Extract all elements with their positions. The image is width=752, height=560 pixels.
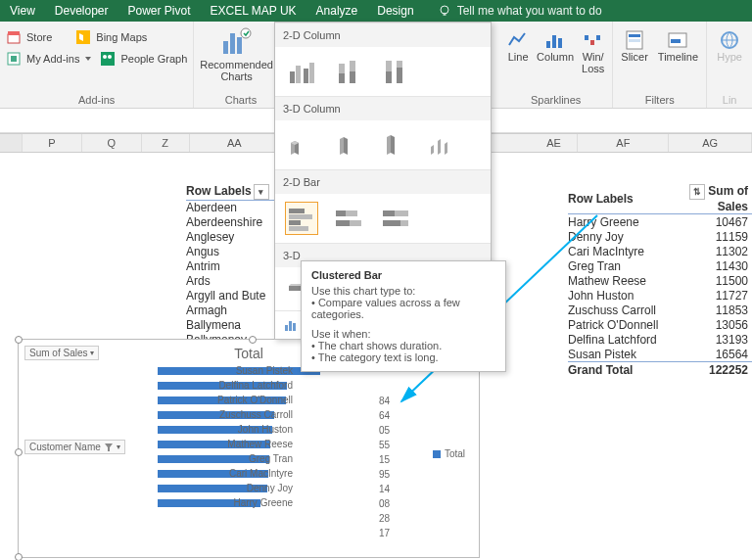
bar-row: Delfina Latchford — [158, 378, 400, 393]
svg-rect-62 — [383, 220, 400, 226]
svg-rect-58 — [336, 220, 350, 226]
svg-rect-52 — [289, 214, 312, 219]
svg-rect-6 — [11, 56, 17, 62]
svg-point-9 — [108, 55, 112, 59]
table-row[interactable]: Delfina Latchford13193 — [568, 332, 752, 347]
bingmaps-button[interactable]: Bing Maps — [96, 31, 147, 43]
svg-rect-19 — [596, 35, 600, 40]
svg-rect-21 — [629, 34, 640, 37]
svg-rect-42 — [309, 63, 314, 83]
svg-rect-24 — [671, 39, 681, 43]
svg-rect-18 — [590, 40, 594, 45]
stacked-bar-option[interactable] — [332, 202, 365, 235]
section-2d-bar: 2-D Bar — [275, 169, 491, 194]
pivot-row[interactable]: Ards — [186, 274, 280, 289]
group-links-label: Lin — [713, 92, 746, 106]
svg-rect-17 — [585, 35, 588, 40]
3d-stacked100-column-option[interactable] — [379, 128, 412, 162]
peoplegraph-button[interactable]: People Graph — [120, 53, 187, 65]
3d-stacked-column-option[interactable] — [332, 128, 365, 162]
slicer-button[interactable]: Slicer — [621, 29, 648, 63]
tab-analyze[interactable]: Analyze — [306, 0, 368, 22]
chart-field-customer[interactable]: Customer Name ▾ — [24, 440, 125, 454]
ribbon-tabs: View Developer Power Pivot EXCEL MAP UK … — [0, 0, 752, 22]
tab-developer[interactable]: Developer — [45, 0, 118, 22]
more-charts-icon — [283, 317, 299, 333]
bar-row: John Huston — [158, 422, 400, 437]
filter-dropdown-icon[interactable]: ▾ — [254, 184, 269, 200]
stacked100-bar-option[interactable] — [379, 202, 412, 235]
bar-row: Cari MacIntyre — [158, 466, 400, 481]
table-row[interactable]: Cari MacIntyre11302 — [568, 244, 752, 258]
table-row[interactable]: John Huston11727 — [568, 288, 752, 303]
pivot-row[interactable]: Anglesey — [186, 230, 280, 245]
table-row[interactable]: Greg Tran11430 — [568, 258, 752, 273]
timeline-button[interactable]: Timeline — [658, 29, 698, 63]
svg-rect-12 — [237, 37, 242, 54]
stacked-column-option[interactable] — [332, 55, 365, 88]
chart-field-sum[interactable]: Sum of Sales ▾ — [24, 346, 99, 360]
section-2d-column: 2-D Column — [275, 23, 491, 47]
stacked100-column-option[interactable] — [379, 55, 412, 88]
pivot-sales-right[interactable]: Row Labels ⇅ Sum of Sales Harry Greene10… — [568, 184, 752, 377]
table-row[interactable]: Zuschuss Carroll11853 — [568, 303, 752, 317]
chart-plot-area[interactable]: Susan PistekDelfina LatchfordPatrick O'D… — [158, 363, 400, 510]
pivot-row[interactable]: Aberdeen — [186, 201, 280, 215]
timeline-icon — [667, 29, 688, 51]
svg-rect-64 — [285, 325, 288, 331]
bar-row: Harry Greene — [158, 495, 400, 510]
bar-row: Patrick O'Donnell — [158, 393, 400, 407]
pivot-row[interactable]: Ballymena — [186, 318, 280, 333]
svg-rect-10 — [223, 41, 228, 54]
bingmaps-icon — [75, 29, 91, 45]
svg-rect-16 — [558, 38, 562, 48]
svg-rect-41 — [304, 69, 308, 83]
recommended-charts-button[interactable]: Recommended Charts — [200, 25, 273, 82]
tell-me[interactable]: Tell me what you want to do — [428, 0, 612, 22]
tab-view[interactable]: View — [0, 0, 45, 22]
pivot-row[interactable]: Aberdeenshire — [186, 215, 280, 230]
bar-row: Greg Tran — [158, 451, 400, 466]
svg-rect-46 — [350, 71, 355, 83]
sparkline-line-button[interactable]: Line — [507, 29, 529, 63]
chart-data-labels: 84640555159514082817 — [379, 394, 390, 540]
table-row[interactable]: Patrick O'Donnell13056 — [568, 317, 752, 332]
pivot-row[interactable]: Angus — [186, 245, 280, 259]
tab-excelmapuk[interactable]: EXCEL MAP UK — [201, 0, 306, 22]
store-button[interactable]: Store Bing Maps — [6, 27, 147, 47]
pivot-row[interactable]: Argyll and Bute — [186, 289, 280, 303]
tab-design[interactable]: Design — [367, 0, 423, 22]
sparkline-line-icon — [507, 29, 529, 51]
lightbulb-icon — [438, 4, 451, 18]
hyperlink-button[interactable]: Hype — [717, 29, 742, 63]
table-row[interactable]: Mathew Reese11500 — [568, 273, 752, 288]
bar-row: Zuschuss Carroll — [158, 407, 400, 422]
group-sparklines-label: Sparklines — [505, 92, 606, 106]
tab-powerpivot[interactable]: Power Pivot — [118, 0, 201, 22]
svg-rect-51 — [289, 209, 305, 213]
myaddins-button[interactable]: My Add-ins People Graph — [6, 49, 187, 69]
hyperlink-icon — [719, 29, 740, 51]
sparkline-column-button[interactable]: Column — [537, 29, 574, 63]
svg-rect-14 — [546, 41, 550, 48]
svg-point-0 — [441, 6, 448, 14]
3d-clustered-column-option[interactable] — [285, 128, 318, 162]
bar-row: Denny Joy — [158, 481, 400, 495]
table-row[interactable]: Harry Greene10467 — [568, 214, 752, 230]
svg-rect-2 — [8, 34, 20, 43]
clustered-column-option[interactable] — [285, 55, 318, 88]
pivot-row[interactable]: Antrim — [186, 259, 280, 274]
addins-icon — [6, 51, 22, 67]
sparkline-column-icon — [544, 29, 566, 51]
svg-rect-66 — [293, 323, 296, 331]
table-row[interactable]: Denny Joy11159 — [568, 229, 752, 244]
svg-rect-15 — [552, 35, 556, 48]
sort-dropdown-icon[interactable]: ⇅ — [689, 184, 705, 200]
3d-column-option[interactable] — [426, 128, 459, 162]
sparkline-winloss-button[interactable]: Win/ Loss — [582, 29, 604, 74]
svg-rect-50 — [397, 68, 402, 83]
clustered-bar-option[interactable] — [285, 202, 318, 235]
funnel-icon — [104, 443, 114, 452]
pivot-row[interactable]: Armagh — [186, 303, 280, 318]
table-row[interactable]: Susan Pistek16564 — [568, 347, 752, 362]
